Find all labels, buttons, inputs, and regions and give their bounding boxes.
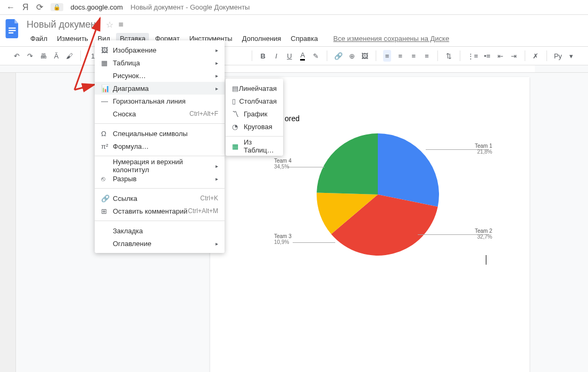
omega-icon: Ω bbox=[101, 130, 113, 138]
menu-edit[interactable]: Изменить bbox=[53, 33, 92, 44]
chevron-down-icon[interactable]: ▾ bbox=[567, 50, 575, 62]
italic-icon[interactable]: I bbox=[272, 50, 280, 62]
svg-rect-2 bbox=[9, 32, 13, 33]
chart-icon: 📊 bbox=[101, 84, 113, 92]
numbered-list-icon[interactable]: ⋮≡ bbox=[467, 50, 478, 62]
chart-label-team3-pct: 10,9% bbox=[274, 239, 292, 245]
link-icon[interactable]: 🔗 bbox=[334, 50, 343, 62]
chart-title: ored bbox=[285, 114, 503, 123]
break-icon: ⎋ bbox=[101, 175, 113, 183]
line-chart-icon: 〽 bbox=[232, 110, 244, 118]
browser-toolbar: ← Я ⟳ 🔒 docs.google.com Новый документ -… bbox=[0, 0, 588, 15]
column-chart-icon: ▯ bbox=[232, 97, 239, 105]
insert-image[interactable]: 🖼 Изображение ▸ bbox=[95, 44, 225, 56]
paint-format-icon[interactable]: 🖌 bbox=[65, 50, 73, 62]
chart-line[interactable]: 〽 График bbox=[226, 107, 283, 120]
vertical-ruler bbox=[0, 73, 16, 372]
insert-break[interactable]: ⎋ Разрыв ▸ bbox=[95, 172, 225, 185]
canvas: ored Team 1 21,8% bbox=[0, 73, 588, 372]
insert-headers[interactable]: Нумерация и верхний колонтитул ▸ bbox=[95, 159, 225, 172]
comment-icon[interactable]: ⊕ bbox=[348, 50, 356, 62]
menu-file[interactable]: Файл bbox=[27, 33, 51, 44]
insert-footnote[interactable]: Сноска Ctrl+Alt+F bbox=[95, 107, 225, 120]
insert-special-chars[interactable]: Ω Специальные символы bbox=[95, 127, 225, 140]
insert-link[interactable]: 🔗 Ссылка Ctrl+K bbox=[95, 192, 225, 205]
print-icon[interactable]: 🖶 bbox=[39, 50, 47, 62]
svg-rect-1 bbox=[9, 30, 16, 31]
insert-dropdown: 🖼 Изображение ▸ ▦ Таблица ▸ Рисунок… ▸ 📊… bbox=[95, 40, 225, 253]
chart-label-team4: Team 4 bbox=[274, 158, 292, 164]
page-title-tab: Новый документ - Google Документы bbox=[125, 3, 250, 11]
yandex-icon[interactable]: Я bbox=[22, 3, 29, 12]
reload-icon[interactable]: ⟳ bbox=[36, 2, 43, 12]
underline-icon[interactable]: U bbox=[286, 50, 294, 62]
chart-column[interactable]: ▯ Столбчатая bbox=[226, 95, 283, 107]
insert-comment[interactable]: ⊞ Оставить комментарий Ctrl+Alt+M bbox=[95, 205, 225, 217]
horizontal-ruler bbox=[0, 65, 588, 73]
input-tools-icon[interactable]: Ру bbox=[554, 50, 562, 62]
bold-icon[interactable]: B bbox=[259, 50, 267, 62]
insert-toc[interactable]: Оглавление ▸ bbox=[95, 237, 225, 250]
image-icon[interactable]: 🖼 bbox=[361, 50, 369, 62]
insert-bookmark[interactable]: Закладка bbox=[95, 224, 225, 237]
highlight-icon[interactable]: ✎ bbox=[312, 50, 320, 62]
chart-pie[interactable]: ◔ Круговая bbox=[226, 120, 283, 133]
chart-label-team4-pct: 34,5% bbox=[274, 164, 292, 170]
align-left-icon[interactable]: ≡ bbox=[383, 50, 391, 62]
pi-icon: π² bbox=[101, 142, 113, 150]
lock-icon: 🔒 bbox=[51, 3, 63, 11]
indent-decrease-icon[interactable]: ⇤ bbox=[496, 50, 504, 62]
chart-from-sheets[interactable]: ▦ Из Таблиц… bbox=[226, 140, 283, 153]
docs-header: Новый документ ☆ ■ Файл Изменить Вид Вст… bbox=[0, 15, 588, 46]
comment-add-icon: ⊞ bbox=[101, 207, 113, 215]
chart-label-team1-pct: 21,8% bbox=[471, 149, 492, 155]
chart-submenu: ▤ Линейчатая ▯ Столбчатая 〽 График ◔ Кру… bbox=[226, 79, 283, 156]
insert-chart[interactable]: 📊 Диаграмма ▸ bbox=[95, 82, 225, 95]
back-icon[interactable]: ← bbox=[6, 3, 15, 12]
text-cursor bbox=[486, 255, 486, 265]
svg-rect-0 bbox=[9, 28, 16, 29]
chart-label-team1: Team 1 bbox=[471, 143, 492, 149]
pie-chart bbox=[317, 133, 439, 256]
chart-label-team3: Team 3 bbox=[274, 233, 292, 239]
hr-icon: — bbox=[101, 97, 113, 105]
format-toolbar: ↶ ↷ 🖶 Ă 🖌 100% B I U A ✎ 🔗 ⊕ 🖼 ≡ ≡ ≡ ≡ ⇅… bbox=[0, 46, 588, 65]
table-icon: ▦ bbox=[101, 59, 113, 67]
bar-chart-icon: ▤ bbox=[232, 84, 239, 92]
docs-logo-icon[interactable] bbox=[4, 18, 21, 39]
spellcheck-icon[interactable]: Ă bbox=[53, 50, 61, 62]
menu-help[interactable]: Справка bbox=[287, 33, 321, 44]
image-icon: 🖼 bbox=[101, 46, 113, 54]
folder-icon[interactable]: ■ bbox=[119, 20, 124, 29]
save-status[interactable]: Все изменения сохранены на Диске bbox=[333, 35, 449, 43]
undo-icon[interactable]: ↶ bbox=[13, 50, 21, 62]
align-right-icon[interactable]: ≡ bbox=[410, 50, 418, 62]
align-justify-icon[interactable]: ≡ bbox=[423, 50, 431, 62]
align-center-icon[interactable]: ≡ bbox=[396, 50, 404, 62]
link-icon: 🔗 bbox=[101, 195, 113, 202]
insert-hr[interactable]: — Горизонтальная линия bbox=[95, 95, 225, 107]
insert-drawing[interactable]: Рисунок… ▸ bbox=[95, 69, 225, 82]
chart-label-team2-pct: 32,7% bbox=[471, 234, 492, 240]
insert-table[interactable]: ▦ Таблица ▸ bbox=[95, 56, 225, 69]
document-title[interactable]: Новый документ bbox=[27, 19, 101, 30]
clear-format-icon[interactable]: ✗ bbox=[532, 50, 540, 62]
menu-addons[interactable]: Дополнения bbox=[238, 33, 285, 44]
chart-label-team2: Team 2 bbox=[471, 228, 492, 234]
bullet-list-icon[interactable]: •≡ bbox=[483, 50, 491, 62]
text-color-icon[interactable]: A bbox=[299, 50, 307, 62]
insert-equation[interactable]: π² Формула… bbox=[95, 140, 225, 153]
redo-icon[interactable]: ↷ bbox=[26, 50, 34, 62]
url-host: docs.google.com bbox=[71, 3, 123, 11]
star-icon[interactable]: ☆ bbox=[106, 20, 113, 30]
sheets-icon: ▦ bbox=[232, 142, 244, 150]
line-spacing-icon[interactable]: ⇅ bbox=[445, 50, 453, 62]
chart-bar[interactable]: ▤ Линейчатая bbox=[226, 82, 283, 95]
pie-chart-icon: ◔ bbox=[232, 123, 244, 131]
indent-increase-icon[interactable]: ⇥ bbox=[510, 50, 518, 62]
